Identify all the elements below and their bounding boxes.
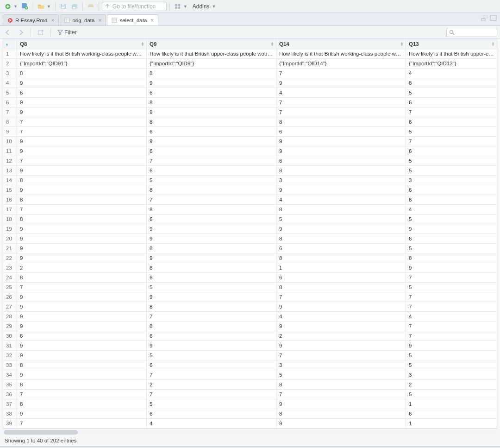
cell[interactable]: 6 (146, 146, 276, 156)
table-row[interactable]: 209986 (3, 234, 497, 244)
table-row[interactable]: 367775 (3, 390, 497, 399)
cell[interactable]: 6 (146, 331, 276, 341)
cell[interactable]: 8 (276, 409, 406, 419)
new-project-icon[interactable] (20, 1, 30, 12)
table-row[interactable]: 69876 (3, 98, 497, 107)
cell[interactable]: 5 (406, 244, 497, 253)
cell[interactable]: 8 (276, 283, 406, 292)
file-tab[interactable]: select_data× (107, 14, 158, 25)
cell[interactable]: 9 (17, 78, 147, 88)
cell[interactable]: 9 (17, 351, 147, 360)
table-row[interactable]: 79977 (3, 107, 497, 117)
cell[interactable]: 8 (146, 302, 276, 312)
cell[interactable]: 8 (17, 195, 147, 205)
cell[interactable]: 7 (406, 137, 497, 146)
cell[interactable]: 8 (276, 234, 406, 244)
cell[interactable]: 3 (406, 370, 497, 380)
cell[interactable]: 9 (276, 78, 406, 88)
save-icon[interactable] (58, 1, 69, 12)
close-tab-icon[interactable]: × (51, 17, 54, 24)
cell[interactable]: 6 (406, 146, 497, 156)
table-row[interactable]: 159896 (3, 185, 497, 195)
cell[interactable]: 6 (406, 234, 497, 244)
cell[interactable]: 8 (17, 176, 147, 185)
cell[interactable]: 6 (146, 263, 276, 273)
cell[interactable]: 7 (17, 127, 147, 137)
cell[interactable]: 9 (276, 137, 406, 146)
forward-arrow[interactable] (16, 27, 26, 38)
new-file-dropdown-caret[interactable]: ▼ (13, 4, 18, 9)
cell[interactable]: 9 (17, 302, 147, 312)
table-row[interactable]: 358282 (3, 380, 497, 390)
cell[interactable]: 6 (146, 127, 276, 137)
cell[interactable]: 8 (146, 117, 276, 127)
cell[interactable]: 9 (146, 341, 276, 351)
cell[interactable]: 5 (146, 351, 276, 360)
table-row[interactable]: 397491 (3, 419, 497, 429)
cell[interactable]: 6 (146, 215, 276, 224)
sort-icon[interactable]: ▲▼ (141, 42, 144, 46)
table-row[interactable]: 299897 (3, 322, 497, 331)
cell[interactable]: 6 (146, 409, 276, 419)
table-row[interactable]: 378591 (3, 399, 497, 409)
cell[interactable]: 8 (146, 69, 276, 78)
cell[interactable]: 6 (276, 244, 406, 253)
cell[interactable]: 8 (146, 98, 276, 107)
cell[interactable]: 9 (17, 166, 147, 176)
table-row[interactable]: 87886 (3, 117, 497, 127)
cell[interactable]: 9 (276, 185, 406, 195)
table-row[interactable]: 338635 (3, 360, 497, 370)
table-row[interactable]: 269977 (3, 292, 497, 302)
cell[interactable]: 9 (146, 253, 276, 263)
cell[interactable]: 5 (406, 283, 497, 292)
cell[interactable]: {"ImportId":"QID13"} (406, 59, 497, 69)
cell[interactable]: 9 (17, 98, 147, 107)
cell[interactable]: 8 (17, 360, 147, 370)
close-tab-icon[interactable]: × (98, 17, 101, 24)
table-row[interactable]: 319999 (3, 341, 497, 351)
cell[interactable]: 9 (276, 322, 406, 331)
column-header[interactable]: Q14▲▼ (276, 39, 406, 49)
cell[interactable]: How likely is it that British upper-clas… (146, 49, 276, 59)
cell[interactable]: {"ImportId":"QID14"} (276, 59, 406, 69)
cell[interactable]: 3 (276, 360, 406, 370)
close-tab-icon[interactable]: × (150, 17, 154, 24)
cell[interactable]: 8 (146, 185, 276, 195)
cell[interactable]: 9 (146, 78, 276, 88)
cell[interactable]: 4 (276, 88, 406, 98)
cell[interactable]: 7 (276, 107, 406, 117)
cell[interactable]: 6 (406, 409, 497, 419)
table-row[interactable]: 2{"ImportId":"QID91"}{"ImportId":"QID9"}… (3, 59, 497, 69)
cell[interactable]: 6 (406, 98, 497, 107)
cell[interactable]: 8 (276, 166, 406, 176)
cell[interactable]: 9 (17, 244, 147, 253)
cell[interactable]: 8 (146, 205, 276, 215)
cell[interactable]: 5 (406, 127, 497, 137)
table-row[interactable]: 219865 (3, 244, 497, 253)
cell[interactable]: 9 (17, 322, 147, 331)
cell[interactable]: 2 (406, 380, 497, 390)
cell[interactable]: 8 (276, 205, 406, 215)
cell[interactable]: 6 (146, 273, 276, 283)
data-search-input[interactable] (446, 28, 497, 37)
sort-icon[interactable]: ▲▼ (270, 42, 274, 46)
cell[interactable]: 5 (406, 215, 497, 224)
cell[interactable]: 8 (17, 273, 147, 283)
cell[interactable]: 5 (276, 215, 406, 224)
cell[interactable]: 9 (17, 107, 147, 117)
grid-icon[interactable] (173, 1, 183, 12)
cell[interactable]: 9 (17, 409, 147, 419)
cell[interactable]: 6 (276, 127, 406, 137)
cell[interactable]: 7 (276, 292, 406, 302)
table-row[interactable]: 168746 (3, 195, 497, 205)
table-row[interactable]: 109997 (3, 137, 497, 146)
cell[interactable]: 9 (17, 253, 147, 263)
cell[interactable]: 6 (406, 185, 497, 195)
cell[interactable]: 9 (146, 137, 276, 146)
cell[interactable]: 7 (17, 117, 147, 127)
cell[interactable]: 7 (146, 156, 276, 166)
cell[interactable]: How likely is it that British working-cl… (276, 49, 406, 59)
print-icon[interactable] (86, 1, 96, 12)
filter-button[interactable]: Filter (56, 29, 79, 36)
table-row[interactable]: 1How likely is it that British working-c… (3, 49, 497, 59)
